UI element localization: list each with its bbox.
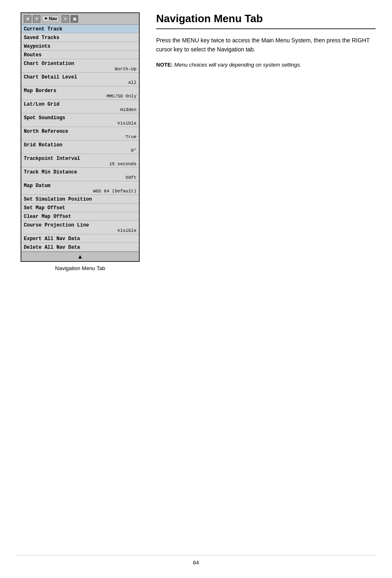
menu-item-north-reference[interactable]: North Reference True [21,127,139,141]
menu-item-export-nav-data[interactable]: Export All Nav Data [21,234,139,243]
menu-item-trackpoint-interval[interactable]: Trackpoint Interval 15 seconds [21,154,139,168]
back-icon: ◄ [24,15,31,23]
menu-item-label: Course Projection Line [24,222,136,228]
menu-item-label: Track Min Distance [24,169,136,175]
menu-item-label: Lat/Lon Grid [24,102,136,107]
menu-item-waypoints[interactable]: Waypoints [21,42,139,51]
menu-item-value: WGS 84 (Default) [24,189,136,194]
menu-item-delete-nav-data[interactable]: Delete All Nav Data [21,243,139,252]
menu-item-value: 0° [24,148,136,153]
menu-item-lat-lon-grid[interactable]: Lat/Lon Grid Hidden [21,100,139,113]
menu-item-label: Grid Rotation [24,142,136,148]
menu-item-grid-rotation[interactable]: Grid Rotation 0° [21,141,139,154]
menu-item-spot-soundings[interactable]: Spot Soundings Visible [21,113,139,127]
menu-list: Current Track Saved Tracks Waypoints Rou… [21,25,139,252]
page-number: 64 [193,560,199,566]
menu-item-value: North-Up [24,67,136,72]
body-text: Press the MENU key twice to access the M… [156,36,376,54]
menu-item-label: Trackpoint Interval [24,156,136,162]
menu-item-value: 50ft [24,175,136,180]
note-content: Menu choices will vary depending on syst… [174,62,301,68]
menu-item-current-track[interactable]: Current Track [21,25,139,33]
menu-item-label: Set Simulation Position [24,197,136,202]
menu-item-set-simulation[interactable]: Set Simulation Position [21,195,139,203]
menu-item-label: Waypoints [24,44,136,49]
menu-item-map-borders[interactable]: Map Borders MMC/SD Only [21,86,139,100]
menu-item-value: All [24,80,136,85]
menu-item-label: Chart Detail Level [24,74,136,80]
menu-item-chart-orientation[interactable]: Chart Orientation North-Up [21,59,139,73]
menu-item-value: 15 seconds [24,162,136,166]
toolbar: ◄ ✦ ✦ Nav ≡ ▣ [21,13,139,25]
menu-item-label: Chart Orientation [24,61,136,67]
note-label: NOTE: [156,62,173,68]
menu-item-label: Saved Tracks [24,35,136,41]
menu-item-label: Export All Nav Data [24,236,136,242]
device-screen: ◄ ✦ ✦ Nav ≡ ▣ Current Track Saved Tracks [21,12,140,262]
cursor-icon: ✦ [33,15,40,23]
menu-item-set-map-offset[interactable]: Set Map Offset [21,203,139,212]
page: ◄ ✦ ✦ Nav ≡ ▣ Current Track Saved Tracks [0,0,392,578]
menu-item-value: Visible [24,121,136,126]
menu-item-value: Hidden [24,107,136,112]
menu-item-label: Clear Map Offset [24,214,136,220]
menu-item-routes[interactable]: Routes [21,51,139,59]
menu-item-value: MMC/SD Only [24,94,136,99]
menu-item-chart-detail[interactable]: Chart Detail Level All [21,73,139,86]
map-icon: ▣ [71,15,78,23]
note-text: NOTE: Menu choices will vary depending o… [156,61,376,69]
menu-item-value: True [24,134,136,139]
menu-item-clear-map-offset[interactable]: Clear Map Offset [21,212,139,221]
menu-item-label: Map Borders [24,88,136,94]
menu-item-label: North Reference [24,129,136,134]
right-panel: Navigation Menu Tab Press the MENU key t… [156,12,376,555]
menu-item-track-min-distance[interactable]: Track Min Distance 50ft [21,168,139,181]
scroll-indicator: ▲ [21,252,139,261]
left-panel: ◄ ✦ ✦ Nav ≡ ▣ Current Track Saved Tracks [16,12,144,555]
menu-item-label: Spot Soundings [24,115,136,121]
menu-item-course-projection[interactable]: Course Projection Line Visible [21,221,139,234]
menu-item-saved-tracks[interactable]: Saved Tracks [21,33,139,42]
menu-item-label: Delete All Nav Data [24,245,136,250]
menu-icon: ≡ [62,15,69,23]
menu-item-label: Routes [24,52,136,58]
device-caption: Navigation Menu Tab [55,265,105,271]
content-area: ◄ ✦ ✦ Nav ≡ ▣ Current Track Saved Tracks [16,12,376,555]
menu-item-map-datum[interactable]: Map Datum WGS 84 (Default) [21,181,139,195]
menu-item-label: Map Datum [24,183,136,189]
footer: 64 [16,555,376,566]
section-title: Navigation Menu Tab [156,12,376,29]
nav-tab-label[interactable]: ✦ Nav [42,15,59,22]
menu-item-label: Set Map Offset [24,205,136,211]
menu-item-label: Current Track [24,26,136,32]
menu-item-value: Visible [24,228,136,233]
